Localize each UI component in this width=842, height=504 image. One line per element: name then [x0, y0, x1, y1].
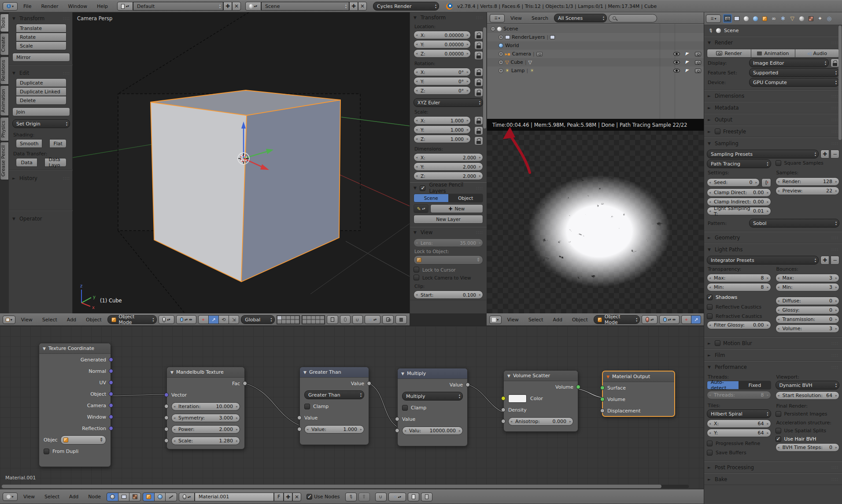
snap-element-button[interactable]: ⁘▴▾ — [365, 315, 380, 324]
view3d-menu-object[interactable]: Object — [82, 317, 106, 323]
shader-tree-type-button[interactable] — [107, 493, 118, 501]
visibility-eye-icon[interactable] — [673, 52, 680, 56]
input-socket-symmetry[interactable] — [164, 416, 169, 420]
renderview-menu-select[interactable]: Select — [524, 317, 547, 323]
output-socket-reflection[interactable] — [109, 426, 113, 430]
scale-y-field[interactable]: Y:1.000 — [414, 125, 471, 134]
linestyle-shader-button[interactable] — [165, 493, 177, 501]
power-field[interactable]: Power:2.000 — [171, 425, 240, 434]
unlink-material-button[interactable]: ✕ — [292, 493, 301, 501]
expand-icon[interactable]: + — [499, 60, 503, 65]
translate-button[interactable]: Translate — [16, 24, 66, 33]
pin-button[interactable]: ✎ — [345, 493, 357, 501]
volume-bounces-field[interactable]: Volume:3 — [776, 324, 840, 333]
duplicate-linked-button[interactable]: Duplicate Linked — [16, 87, 66, 96]
rotation-x-field[interactable]: X:0° — [414, 68, 471, 76]
dimensions-panel-header[interactable]: ►Dimensions:::: — [704, 90, 842, 101]
use-nodes-checkbox[interactable] — [307, 494, 312, 500]
properties-scrollbar[interactable] — [838, 26, 842, 140]
dimensions-y-field[interactable]: Y:2.000 — [414, 162, 483, 171]
output-socket-fac[interactable] — [243, 381, 247, 386]
pattern-select[interactable]: Sobol — [749, 219, 839, 228]
tab-object-data[interactable]: ▽ — [788, 14, 797, 23]
panel-edit-header[interactable]: ▼Edit:::: — [9, 68, 74, 78]
screen-layout-select[interactable]: Default — [133, 2, 223, 11]
add-preset-button[interactable]: ✚ — [820, 256, 829, 265]
location-y-field[interactable]: Y:0.00000 — [414, 40, 471, 48]
tab-create[interactable]: Create — [0, 33, 9, 55]
render-engine-select[interactable]: Cycles Render — [373, 2, 439, 11]
output-socket-uv[interactable] — [109, 380, 113, 385]
gpencil-object-tab[interactable]: Object — [448, 194, 484, 202]
hair-bvh-checkbox[interactable] — [776, 436, 781, 442]
layers-widget-b[interactable] — [302, 315, 325, 324]
renderability-camera-icon[interactable] — [695, 52, 701, 56]
tab-render-layers[interactable] — [732, 14, 741, 23]
material-browse-button[interactable]: ▴▾ — [179, 493, 195, 501]
renderability-camera-icon[interactable] — [695, 60, 701, 65]
tile-x-field[interactable]: X:64 — [707, 419, 771, 428]
square-samples-checkbox[interactable] — [776, 160, 781, 166]
gpencil-pencil-button[interactable]: ✎▴▾ — [414, 204, 428, 213]
node-header[interactable]: ▼Greater Than — [300, 367, 369, 378]
scene-icon-button[interactable]: ▴▾ — [245, 2, 261, 11]
tab-texture[interactable] — [806, 14, 815, 23]
clamp-direct-field[interactable]: Clamp Direct:0.00 — [707, 188, 771, 197]
node-header[interactable]: ▼Texture Coordinate — [39, 343, 111, 354]
input-socket-surface[interactable] — [600, 386, 605, 390]
renderview-menu-view[interactable]: View — [503, 317, 523, 323]
input-socket-value2[interactable] — [395, 428, 399, 433]
layers-widget-a[interactable] — [277, 315, 300, 324]
input-socket-power[interactable] — [164, 427, 169, 431]
npanel-scrollbar[interactable] — [483, 27, 486, 129]
value-field[interactable]: Valu:10000.000 — [402, 427, 463, 435]
node-material-output[interactable]: ▼Material Output Surface Volume Displace… — [602, 371, 675, 417]
editor-type-button-properties[interactable]: ☰▾ — [706, 15, 721, 23]
node-header[interactable]: ▼Material Output — [603, 372, 674, 382]
npanel-transform-header[interactable]: ▼Transform:::: — [410, 12, 487, 23]
feature-set-select[interactable]: Supported — [749, 68, 839, 77]
renderview-pivot-button[interactable]: ▴▾⇹ — [659, 315, 680, 324]
editor-type-button-node[interactable]: ▾ — [3, 493, 18, 501]
iteration-field[interactable]: Iteration:10.000 — [171, 402, 240, 411]
motion-blur-panel-header[interactable]: ►Motion Blur:::: — [704, 338, 842, 349]
selectability-cursor-icon[interactable]: ◤ — [685, 68, 690, 73]
scale-field[interactable]: Scale:1.280 — [171, 437, 240, 445]
lock-object-field[interactable]: ✎ — [414, 255, 483, 265]
clamp-checkbox[interactable] — [304, 404, 310, 409]
film-panel-header[interactable]: ►Film:::: — [704, 349, 842, 361]
outliner-row-scene[interactable]: − Scene — [487, 25, 704, 33]
transparency-max-field[interactable]: Max:8 — [707, 274, 771, 282]
node-mandelbulb-texture[interactable]: ▼Mandelbulb Texture Fac Vector Iteration… — [166, 367, 245, 449]
lock-rotation-z-icon[interactable] — [474, 88, 483, 97]
color-swatch[interactable] — [508, 394, 527, 403]
input-socket-displacement[interactable] — [600, 408, 605, 413]
data-layout-button[interactable]: Data Layo — [44, 158, 66, 167]
fake-user-button[interactable]: F — [274, 493, 284, 501]
rotate-button[interactable]: Rotate — [16, 33, 66, 41]
pin-icon[interactable]: ✎ — [707, 27, 714, 34]
snap-button[interactable]: ∪ — [352, 315, 363, 324]
scale-button[interactable]: Scale — [16, 41, 66, 50]
input-socket-value2[interactable] — [297, 427, 302, 431]
bounces-max-field[interactable]: Max:3 — [776, 274, 840, 282]
editor-type-button-renderview[interactable]: ▾ — [489, 316, 502, 324]
proportional-edit-button[interactable] — [340, 315, 351, 324]
gpencil-new-button[interactable]: ✚New — [430, 204, 483, 213]
selectability-cursor-icon[interactable]: ◤ — [685, 51, 690, 56]
add-scene-button[interactable]: ✚ — [349, 2, 358, 11]
diffuse-bounces-field[interactable]: Diffuse:0 — [776, 297, 840, 305]
menu-help[interactable]: Help — [93, 4, 112, 9]
expand-icon[interactable]: + — [499, 68, 503, 73]
input-socket-value1[interactable] — [297, 416, 302, 420]
bake-panel-header[interactable]: ►Bake:::: — [704, 474, 842, 485]
post-processing-panel-header[interactable]: ►Post Processing:::: — [704, 462, 842, 473]
node-header[interactable]: ▼Volume Scatter — [504, 371, 578, 381]
integrator-select[interactable]: Path Tracing — [707, 159, 771, 168]
object-shader-button[interactable] — [143, 493, 155, 501]
anisotropy-field[interactable]: Anisotrop:0.000 — [508, 417, 573, 426]
remove-preset-button[interactable]: − — [831, 150, 839, 158]
spatial-splits-checkbox[interactable] — [776, 428, 781, 434]
input-socket-density[interactable] — [501, 408, 506, 412]
tab-particles[interactable]: ✦ — [816, 14, 824, 23]
